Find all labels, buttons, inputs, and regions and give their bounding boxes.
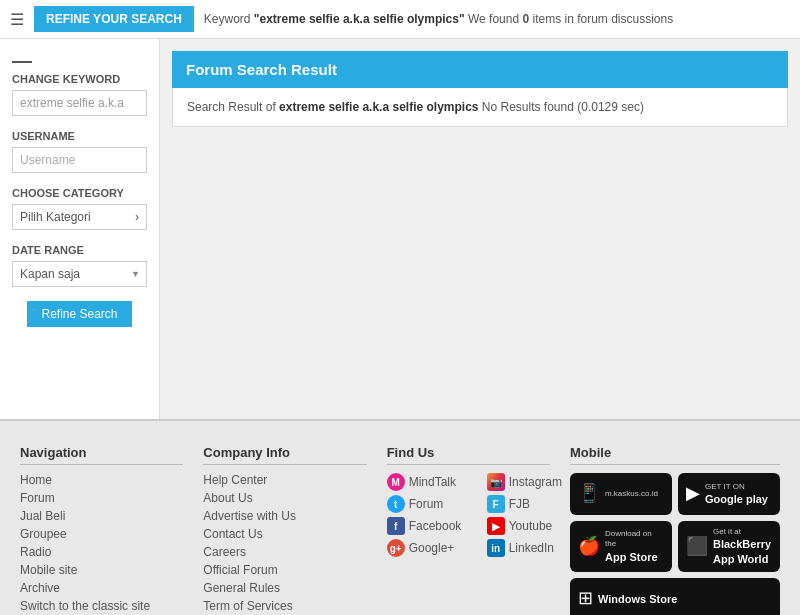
nav-home: Home (20, 473, 183, 487)
company-careers-link[interactable]: Careers (203, 545, 246, 559)
company-heading: Company Info (203, 445, 366, 465)
forum-link[interactable]: t Forum (387, 495, 477, 513)
company-help-link[interactable]: Help Center (203, 473, 267, 487)
company-rules-link[interactable]: General Rules (203, 581, 280, 595)
content-area: Forum Search Result Search Result of ext… (160, 39, 800, 419)
navigation-list: Home Forum Jual Beli Groupee Radio Mobil… (20, 473, 183, 613)
mindtalk-link[interactable]: M MindTalk (387, 473, 477, 491)
facebook-icon: f (387, 517, 405, 535)
date-select[interactable]: Kapan saja (12, 261, 147, 287)
mkaskus-store[interactable]: 📱 m.kaskus.co.id (570, 473, 672, 515)
findus-row-4: g+ Google+ in LinkedIn (387, 539, 550, 557)
youtube-label: Youtube (509, 519, 553, 533)
phone-icon: 📱 (578, 482, 600, 505)
windows-icon: ⊞ (578, 587, 593, 610)
category-value: Pilih Kategori (20, 210, 91, 224)
nav-forum: Forum (20, 491, 183, 505)
navigation-heading: Navigation (20, 445, 183, 465)
google-play-small-label: GET IT ON (705, 482, 768, 492)
company-about-link[interactable]: About Us (203, 491, 252, 505)
app-store[interactable]: 🍎 Download on the App Store (570, 521, 672, 572)
app-store-label: App Store (605, 550, 664, 564)
category-label: CHOOSE CATEGORY (12, 187, 147, 199)
forum-label: Forum (409, 497, 444, 511)
linkedin-label: LinkedIn (509, 541, 554, 555)
windows-label: Windows Store (598, 592, 677, 606)
top-bar: ☰ REFINE YOUR SEARCH Keyword "extreme se… (0, 0, 800, 39)
footer-navigation-col: Navigation Home Forum Jual Beli Groupee … (20, 445, 183, 615)
category-select[interactable]: Pilih Kategori › (12, 204, 147, 230)
nav-switch-classic: Switch to the classic site (20, 599, 183, 613)
result-keyword: extreme selfie a.k.a selfie olympics (279, 100, 478, 114)
googleplus-link[interactable]: g+ Google+ (387, 539, 477, 557)
instagram-link[interactable]: 📷 Instagram (487, 473, 577, 491)
mindtalk-label: MindTalk (409, 475, 456, 489)
google-play-label: Google play (705, 492, 768, 506)
findus-links: M MindTalk 📷 Instagram t Forum F (387, 473, 550, 557)
company-contact: Contact Us (203, 527, 366, 541)
company-terms-link[interactable]: Term of Services (203, 599, 292, 613)
date-range-label: DATE RANGE (12, 244, 147, 256)
google-play-store[interactable]: ▶ GET IT ON Google play (678, 473, 780, 515)
nav-switch-classic-link[interactable]: Switch to the classic site (20, 599, 150, 613)
mindtalk-icon: M (387, 473, 405, 491)
result-body: Search Result of extreme selfie a.k.a se… (172, 88, 788, 127)
googleplus-icon: g+ (387, 539, 405, 557)
sidebar: CHANGE KEYWORD USERNAME CHOOSE CATEGORY … (0, 39, 160, 419)
result-suffix: items in forum discussions (529, 12, 673, 26)
keyword-value: "extreme selfie a.k.a selfie olympics" (254, 12, 465, 26)
nav-archive-link[interactable]: Archive (20, 581, 60, 595)
youtube-link[interactable]: ▶ Youtube (487, 517, 577, 535)
app-store-small-label: Download on the (605, 529, 664, 550)
menu-icon[interactable]: ☰ (10, 10, 24, 29)
chevron-right-icon: › (135, 210, 139, 224)
result-prefix: Search Result of (187, 100, 279, 114)
blackberry-store[interactable]: ⬛ Get it at BlackBerry App World (678, 521, 780, 572)
company-official-link[interactable]: Official Forum (203, 563, 277, 577)
nav-radio: Radio (20, 545, 183, 559)
twitter-icon: t (387, 495, 405, 513)
blackberry-icon: ⬛ (686, 535, 708, 558)
company-advertise: Advertise with Us (203, 509, 366, 523)
instagram-label: Instagram (509, 475, 562, 489)
googleplus-label: Google+ (409, 541, 455, 555)
findus-row-1: M MindTalk 📷 Instagram (387, 473, 550, 491)
nav-forum-link[interactable]: Forum (20, 491, 55, 505)
company-terms: Term of Services (203, 599, 366, 613)
windows-store[interactable]: ⊞ Windows Store (570, 578, 780, 615)
linkedin-icon: in (487, 539, 505, 557)
refine-your-search-button[interactable]: REFINE YOUR SEARCH (34, 6, 194, 32)
nav-mobile-site: Mobile site (20, 563, 183, 577)
youtube-icon: ▶ (487, 517, 505, 535)
linkedin-link[interactable]: in LinkedIn (487, 539, 577, 557)
mkaskus-label: m.kaskus.co.id (605, 489, 658, 499)
company-contact-link[interactable]: Contact Us (203, 527, 262, 541)
nav-groupee-link[interactable]: Groupee (20, 527, 67, 541)
keyword-input[interactable] (12, 90, 147, 116)
result-header: Forum Search Result (172, 51, 788, 88)
footer: Navigation Home Forum Jual Beli Groupee … (0, 419, 800, 615)
company-general-rules: General Rules (203, 581, 366, 595)
main-container: CHANGE KEYWORD USERNAME CHOOSE CATEGORY … (0, 39, 800, 419)
fjb-label: FJB (509, 497, 530, 511)
username-input[interactable] (12, 147, 147, 173)
footer-grid: Navigation Home Forum Jual Beli Groupee … (20, 445, 780, 615)
bb-label: BlackBerry App World (713, 537, 772, 566)
company-advertise-link[interactable]: Advertise with Us (203, 509, 296, 523)
fjb-link[interactable]: F FJB (487, 495, 577, 513)
keyword-description: Keyword "extreme selfie a.k.a selfie oly… (204, 12, 673, 26)
nav-jualbeli-link[interactable]: Jual Beli (20, 509, 65, 523)
footer-mobile-col: Mobile 📱 m.kaskus.co.id ▶ GET IT ON Goog… (570, 445, 780, 615)
username-label: USERNAME (12, 130, 147, 142)
footer-findus-col: Find Us M MindTalk 📷 Instagram t Forum (387, 445, 550, 615)
facebook-link[interactable]: f Facebook (387, 517, 477, 535)
nav-radio-link[interactable]: Radio (20, 545, 51, 559)
date-range-section: DATE RANGE Kapan saja (12, 244, 147, 287)
refine-search-button[interactable]: Refine Search (27, 301, 131, 327)
nav-groupee: Groupee (20, 527, 183, 541)
company-official-forum: Official Forum (203, 563, 366, 577)
findus-row-2: t Forum F FJB (387, 495, 550, 513)
company-help: Help Center (203, 473, 366, 487)
nav-home-link[interactable]: Home (20, 473, 52, 487)
nav-mobile-link[interactable]: Mobile site (20, 563, 77, 577)
